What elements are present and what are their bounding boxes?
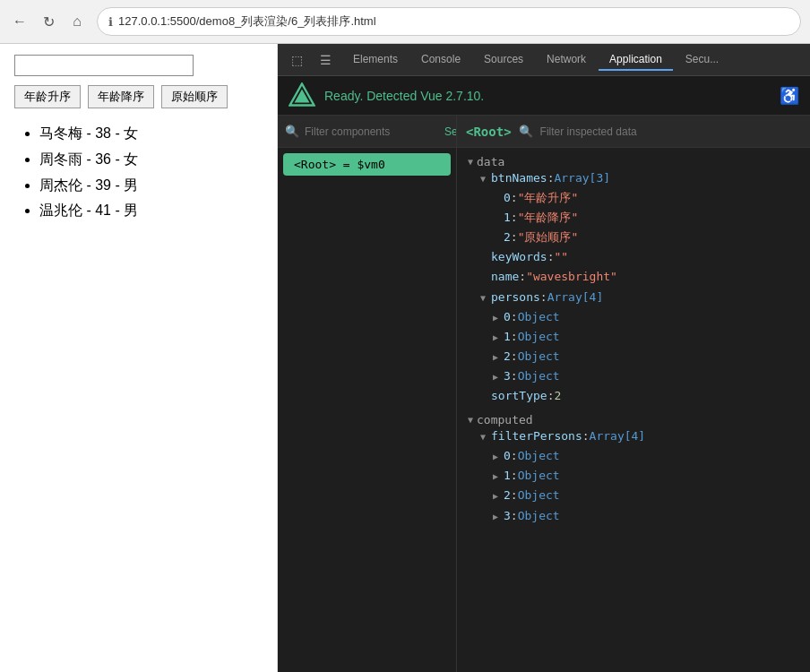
data-inspector-header: <Root> 🔍 bbox=[457, 116, 810, 148]
vue-logo bbox=[289, 82, 315, 109]
btnnames-key: btnNames bbox=[491, 168, 547, 188]
browser-chrome: ← ↻ ⌂ ℹ 127.0.0.1:5500/demo8_列表渲染/6_列表排序… bbox=[0, 0, 810, 44]
sort-age-asc-button[interactable]: 年龄升序 bbox=[14, 85, 81, 108]
list-item: 周冬雨 - 36 - 女 bbox=[39, 147, 263, 173]
tab-console[interactable]: Console bbox=[410, 49, 471, 71]
filterpersons-triangle[interactable] bbox=[480, 429, 491, 444]
component-search-icon: 🔍 bbox=[285, 125, 299, 138]
component-tree-item-root[interactable]: <Root> = $vm0 bbox=[283, 153, 451, 176]
devtools-tab-bar: ⬚ ☰ Elements Console Sources Network App… bbox=[278, 44, 810, 76]
filterpersons-key: filterPersons bbox=[491, 426, 582, 446]
browser-toolbar: ← ↻ ⌂ ℹ 127.0.0.1:5500/demo8_列表渲染/6_列表排序… bbox=[0, 0, 810, 43]
persons-1-row: 1 : Object bbox=[468, 327, 799, 347]
vue-person-icon[interactable]: ♿ bbox=[780, 86, 799, 106]
list-item: 温兆伦 - 41 - 男 bbox=[39, 198, 263, 224]
filterpersons-type: Array[4] bbox=[590, 426, 646, 446]
btnnames-type: Array[3] bbox=[554, 168, 610, 188]
info-icon: ℹ bbox=[108, 15, 113, 29]
computed-section-triangle: ▼ bbox=[468, 415, 473, 425]
persons-0-triangle[interactable] bbox=[493, 310, 504, 325]
filter-search-icon: 🔍 bbox=[519, 125, 533, 138]
root-label: <Root> bbox=[466, 125, 512, 139]
persons-3-triangle[interactable] bbox=[493, 369, 504, 384]
nav-buttons: ← ↻ ⌂ bbox=[9, 11, 88, 32]
persons-3-row: 3 : Object bbox=[468, 366, 799, 386]
data-section-header[interactable]: ▼ data bbox=[468, 155, 799, 168]
tab-application[interactable]: Application bbox=[599, 49, 673, 71]
persons-0-row: 0 : Object bbox=[468, 307, 799, 327]
persons-1-triangle[interactable] bbox=[493, 330, 504, 345]
device-icon[interactable]: ☰ bbox=[314, 48, 337, 72]
sorttype-key: sortType bbox=[491, 386, 547, 406]
btnnames-2-row: 2 : "原始顺序" bbox=[468, 228, 799, 247]
main-split: 年龄升序 年龄降序 原始顺序 马冬梅 - 38 - 女 周冬雨 - 36 - 女… bbox=[0, 44, 810, 672]
sort-buttons: 年龄升序 年龄降序 原始顺序 bbox=[14, 85, 263, 108]
data-section: ▼ data btnNames : Array[3] 0 bbox=[468, 155, 799, 406]
fp-1-triangle[interactable] bbox=[493, 469, 504, 484]
fp-3-row: 3 : Object bbox=[468, 506, 799, 526]
devtools-panel: ⬚ ☰ Elements Console Sources Network App… bbox=[278, 44, 810, 672]
sorttype-row: sortType : 2 bbox=[468, 386, 799, 406]
fp-1-row: 1 : Object bbox=[468, 466, 799, 486]
component-search-input[interactable] bbox=[305, 125, 439, 138]
keywords-key: keyWords bbox=[491, 247, 547, 267]
address-bar[interactable]: ℹ 127.0.0.1:5500/demo8_列表渲染/6_列表排序.html bbox=[97, 7, 801, 36]
persons-row: persons : Array[4] bbox=[468, 288, 799, 307]
btnnames-2-val: "原始顺序" bbox=[518, 228, 579, 247]
sort-age-desc-button[interactable]: 年龄降序 bbox=[88, 85, 154, 108]
computed-section-title: computed bbox=[477, 413, 533, 426]
data-inspector-pane: <Root> 🔍 ▼ data btnNames bbox=[457, 116, 810, 672]
name-val: "wavesbright" bbox=[526, 267, 617, 287]
persons-2-triangle[interactable] bbox=[493, 349, 504, 365]
tab-elements[interactable]: Elements bbox=[342, 49, 409, 71]
persons-key: persons bbox=[491, 288, 540, 307]
select-button[interactable]: Select bbox=[444, 125, 457, 138]
persons-triangle[interactable] bbox=[480, 290, 491, 306]
sorttype-val: 2 bbox=[554, 386, 561, 406]
person-list: 马冬梅 - 38 - 女 周冬雨 - 36 - 女 周杰伦 - 39 - 男 温… bbox=[14, 121, 263, 224]
name-row: name : "wavesbright" bbox=[468, 267, 799, 287]
sort-original-button[interactable]: 原始顺序 bbox=[161, 85, 228, 108]
component-tree-item-label: <Root> = $vm0 bbox=[294, 158, 385, 171]
inspect-icon[interactable]: ⬚ bbox=[285, 48, 308, 72]
back-button[interactable]: ← bbox=[9, 11, 30, 32]
computed-section: ▼ computed filterPersons : Array[4] bbox=[468, 413, 799, 525]
tab-sources[interactable]: Sources bbox=[473, 49, 534, 71]
home-button[interactable]: ⌂ bbox=[66, 11, 88, 32]
keywords-row: keyWords : "" bbox=[468, 247, 799, 267]
tab-security[interactable]: Secu... bbox=[675, 49, 729, 71]
computed-section-header[interactable]: ▼ computed bbox=[468, 413, 799, 426]
fp-2-triangle[interactable] bbox=[493, 488, 504, 504]
filterpersons-row: filterPersons : Array[4] bbox=[468, 426, 799, 446]
btnnames-row: btnNames : Array[3] bbox=[468, 168, 799, 188]
vue-devtools-header: Ready. Detected Vue 2.7.10. ♿ bbox=[278, 76, 810, 116]
data-inspector-body: ▼ data btnNames : Array[3] 0 bbox=[457, 148, 810, 672]
data-section-triangle: ▼ bbox=[468, 157, 473, 167]
btnnames-1-val: "年龄降序" bbox=[518, 208, 579, 228]
webpage-panel: 年龄升序 年龄降序 原始顺序 马冬梅 - 38 - 女 周冬雨 - 36 - 女… bbox=[0, 44, 278, 672]
keywords-val: "" bbox=[554, 247, 568, 267]
fp-0-triangle[interactable] bbox=[493, 449, 504, 464]
refresh-button[interactable]: ↻ bbox=[38, 11, 59, 32]
tab-network[interactable]: Network bbox=[536, 49, 597, 71]
list-item: 马冬梅 - 38 - 女 bbox=[39, 121, 263, 147]
fp-0-row: 0 : Object bbox=[468, 446, 799, 466]
btnnames-triangle[interactable] bbox=[480, 171, 491, 186]
persons-type: Array[4] bbox=[547, 288, 604, 307]
fp-2-row: 2 : Object bbox=[468, 486, 799, 505]
persons-2-row: 2 : Object bbox=[468, 347, 799, 366]
btnnames-0-row: 0 : "年龄升序" bbox=[468, 188, 799, 208]
component-tree-pane: 🔍 Select <Root> = $vm0 bbox=[278, 116, 457, 672]
list-item: 周杰伦 - 39 - 男 bbox=[39, 173, 263, 199]
data-section-title: data bbox=[477, 155, 504, 168]
name-key: name bbox=[491, 267, 519, 287]
btnnames-1-row: 1 : "年龄降序" bbox=[468, 208, 799, 228]
btnnames-0-val: "年龄升序" bbox=[518, 188, 579, 208]
filter-input[interactable] bbox=[540, 125, 801, 138]
fp-3-triangle[interactable] bbox=[493, 509, 504, 524]
vue-body: 🔍 Select <Root> = $vm0 <Root> 🔍 bbox=[278, 116, 810, 672]
component-tree-list: <Root> = $vm0 bbox=[278, 148, 456, 672]
component-search-bar: 🔍 Select bbox=[278, 116, 456, 148]
url-text: 127.0.0.1:5500/demo8_列表渲染/6_列表排序.html bbox=[118, 13, 789, 30]
search-input[interactable] bbox=[14, 55, 194, 76]
